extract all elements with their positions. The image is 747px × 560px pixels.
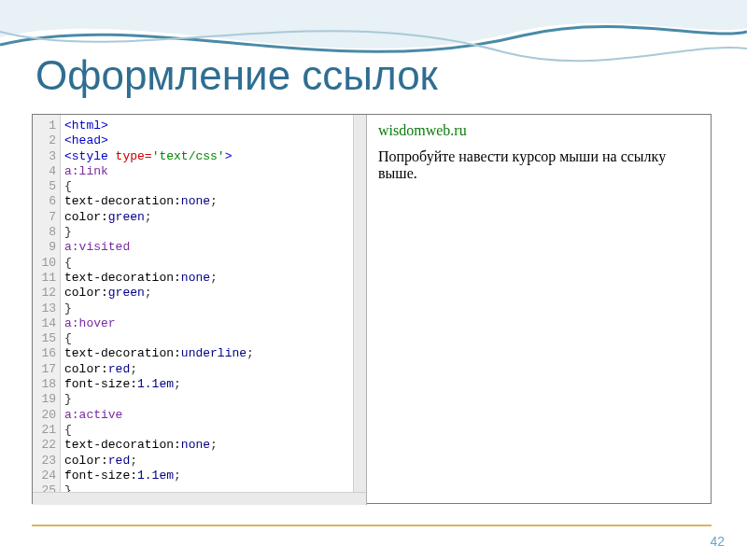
line-number-gutter: 1234567891011121314151617181920212223242… — [33, 115, 61, 505]
vertical-scrollbar[interactable] — [353, 115, 366, 505]
preview-body-text: Попробуйте навести курсор мыши на ссылку… — [378, 148, 701, 182]
code-editor[interactable]: 1234567891011121314151617181920212223242… — [33, 115, 367, 505]
page-number: 42 — [710, 534, 725, 549]
slide-title: Оформление ссылок — [35, 52, 438, 99]
horizontal-scrollbar[interactable] — [33, 492, 366, 505]
footer-accent-line — [32, 525, 712, 526]
code-content[interactable]: <html><head><style type='text/css'>a:lin… — [61, 115, 366, 505]
preview-pane: wisdomweb.ru Попробуйте навести курсор м… — [367, 115, 712, 505]
editor-preview-panel: 1234567891011121314151617181920212223242… — [32, 114, 712, 504]
preview-link[interactable]: wisdomweb.ru — [378, 122, 467, 139]
